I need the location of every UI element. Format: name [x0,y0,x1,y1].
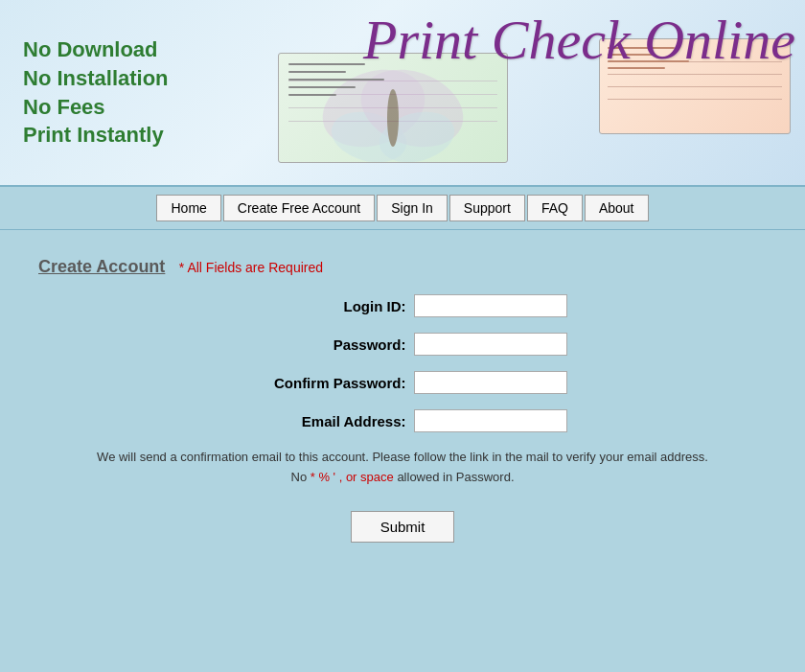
submit-area: Submit [38,511,767,543]
password-label: Password: [239,336,406,353]
header-graphic: Print Check Online [249,0,805,185]
login-id-row: Login ID: [38,294,767,317]
tagline-item: No Fees [23,95,105,119]
tagline-text: No DownloadNo InstallationNo FeesPrint I… [23,35,169,150]
create-account-form: Login ID: Password: Confirm Password: Em… [38,294,767,543]
nav-faq[interactable]: FAQ [527,195,583,221]
nav-sign-in[interactable]: Sign In [377,195,448,221]
required-note: * All Fields are Required [179,260,323,275]
info-line2-prefix: No [291,470,310,484]
page-header: No DownloadNo InstallationNo FeesPrint I… [0,0,805,185]
tagline-item: No Installation [23,66,169,90]
nav-about[interactable]: About [585,195,649,221]
form-header: Create Account * All Fields are Required [38,257,767,277]
email-row: Email Address: [38,409,767,432]
email-input[interactable] [414,409,567,432]
login-id-input[interactable] [414,294,567,317]
email-label: Email Address: [239,413,406,429]
info-line2-suffix: allowed in Password. [394,470,515,484]
submit-button[interactable]: Submit [351,511,455,543]
confirm-password-input[interactable] [414,371,567,394]
tagline-item: No Download [23,37,158,61]
login-id-label: Login ID: [239,298,406,314]
info-special-chars: * % ' , or space [310,470,394,484]
tagline-item: Print Instantly [23,123,164,147]
nav-support[interactable]: Support [449,195,525,221]
main-content: Create Account * All Fields are Required… [0,230,805,661]
navigation-bar: Home Create Free Account Sign In Support… [0,185,805,230]
page-footer: © 2021 PrintCheckOnline.com SECURED BY R… [0,661,805,672]
svg-point-4 [387,89,399,147]
nav-create-free-account[interactable]: Create Free Account [223,195,375,221]
nav-home[interactable]: Home [156,195,220,221]
info-message: We will send a confirmation email to thi… [91,448,714,488]
confirm-password-row: Confirm Password: [38,371,767,394]
form-title: Create Account [38,257,165,276]
site-logo: Print Check Online [363,8,795,72]
header-taglines: No DownloadNo InstallationNo FeesPrint I… [0,16,192,169]
password-input[interactable] [414,333,567,356]
info-line1: We will send a confirmation email to thi… [97,450,708,464]
password-row: Password: [38,333,767,356]
confirm-password-label: Confirm Password: [239,375,406,391]
